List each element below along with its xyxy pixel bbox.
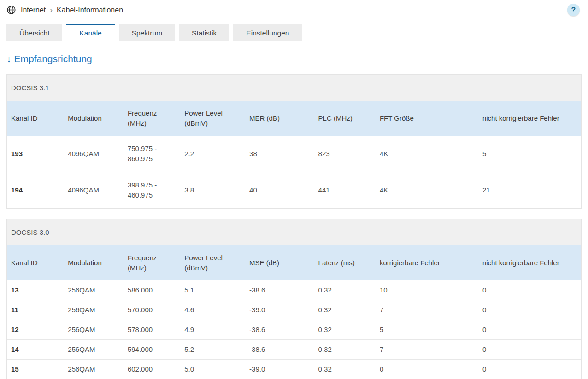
cell-mse: -39.0 [245,300,314,320]
col-plc: PLC (MHz) [314,101,376,136]
docsis-30-table: DOCSIS 3.0 Kanal ID Modulation Frequenz … [6,219,582,379]
cell-mse: -38.6 [245,280,314,300]
section-heading: ↓ Empfangsrichtung [6,53,582,64]
cell-fehler: 5 [478,136,581,172]
col-nicht-korrigierbare-fehler: nicht korrigierbare Fehler [478,101,581,136]
col-modulation: Modulation [64,101,123,136]
table-row: 194 4096QAM 398.975 - 460.975 3.8 40 441… [7,172,581,209]
cell-fehler: 0 [478,320,581,340]
tab-kanaele[interactable]: Kanäle [66,24,115,41]
cell-mse: -38.6 [245,340,314,360]
cell-kanal-id: 13 [7,280,64,300]
col-fft: FFT Größe [376,101,478,136]
table-row: 15 256QAM 602.000 5.0 -39.0 0.32 0 0 [7,360,581,379]
cell-power: 2.2 [180,136,245,172]
cell-latenz: 0.32 [314,280,376,300]
col-mse: MSE (dB) [245,245,314,280]
cell-modulation: 4096QAM [64,136,123,172]
cell-korr: 10 [376,280,478,300]
section-heading-label: Empfangsrichtung [14,53,92,64]
cell-mse: -38.6 [245,320,314,340]
cell-fehler: 0 [478,300,581,320]
cell-kanal-id: 14 [7,340,64,360]
tab-bar: Übersicht Kanäle Spektrum Statistik Eins… [0,18,588,41]
breadcrumb-current: Kabel-Informationen [57,6,123,14]
cell-fehler: 0 [478,280,581,300]
col-nicht-korrigierbare-fehler: nicht korrigierbare Fehler [478,245,581,280]
table-row: 12 256QAM 578.000 4.9 -38.6 0.32 5 0 [7,320,581,340]
down-arrow-icon: ↓ [6,53,12,64]
docsis-31-section-label: DOCSIS 3.1 [7,75,581,101]
col-mer: MER (dB) [245,101,314,136]
tab-einstellungen[interactable]: Einstellungen [233,24,302,41]
cell-frequenz: 602.000 [123,360,180,379]
table-row: 14 256QAM 594.000 5.2 -38.6 0.32 7 0 [7,340,581,360]
cell-frequenz: 586.000 [123,280,180,300]
cell-modulation: 4096QAM [64,172,123,209]
cell-latenz: 0.32 [314,360,376,379]
table-header-row: Kanal ID Modulation Frequenz (MHz) Power… [7,101,581,136]
cell-modulation: 256QAM [64,340,123,360]
cell-power: 5.1 [180,280,245,300]
cell-kanal-id: 15 [7,360,64,379]
cell-power: 5.2 [180,340,245,360]
table-row: 13 256QAM 586.000 5.1 -38.6 0.32 10 0 [7,280,581,300]
cell-mse: -39.0 [245,360,314,379]
help-button[interactable]: ? [567,4,580,16]
cell-kanal-id: 12 [7,320,64,340]
breadcrumb-root[interactable]: Internet [21,6,46,14]
cell-frequenz: 570.000 [123,300,180,320]
cell-plc: 441 [314,172,376,209]
cell-power: 4.6 [180,300,245,320]
table-header-row: Kanal ID Modulation Frequenz (MHz) Power… [7,245,581,280]
cell-frequenz: 578.000 [123,320,180,340]
cell-kanal-id: 193 [7,136,64,172]
col-frequenz: Frequenz (MHz) [123,101,180,136]
col-frequenz: Frequenz (MHz) [123,245,180,280]
col-latenz: Latenz (ms) [314,245,376,280]
col-power-level: Power Level (dBmV) [180,245,245,280]
tab-statistik[interactable]: Statistik [179,24,229,41]
cell-frequenz: 750.975 - 860.975 [123,136,180,172]
col-power-level: Power Level (dBmV) [180,101,245,136]
cell-korr: 7 [376,340,478,360]
cell-power: 4.9 [180,320,245,340]
cell-fehler: 21 [478,172,581,209]
docsis-31-table: DOCSIS 3.1 Kanal ID Modulation Frequenz … [6,74,582,209]
cell-latenz: 0.32 [314,300,376,320]
col-modulation: Modulation [64,245,123,280]
col-kanal-id: Kanal ID [7,101,64,136]
globe-icon [6,5,16,15]
cell-modulation: 256QAM [64,300,123,320]
cell-power: 5.0 [180,360,245,379]
table-row: 193 4096QAM 750.975 - 860.975 2.2 38 823… [7,136,581,172]
col-korrigierbare-fehler: korrigierbare Fehler [376,245,478,280]
cell-modulation: 256QAM [64,320,123,340]
cell-mer: 40 [245,172,314,209]
cell-korr: 5 [376,320,478,340]
col-kanal-id: Kanal ID [7,245,64,280]
docsis-30-section-label: DOCSIS 3.0 [7,219,581,245]
cell-latenz: 0.32 [314,320,376,340]
cell-korr: 0 [376,360,478,379]
cell-modulation: 256QAM [64,280,123,300]
cell-latenz: 0.32 [314,340,376,360]
cell-modulation: 256QAM [64,360,123,379]
cell-power: 3.8 [180,172,245,209]
tab-uebersicht[interactable]: Übersicht [6,24,62,41]
cell-kanal-id: 194 [7,172,64,209]
cell-frequenz: 398.975 - 460.975 [123,172,180,209]
cell-fft: 4K [376,172,478,209]
breadcrumb: Internet › Kabel-Informationen ? [0,0,588,18]
cell-fehler: 0 [478,340,581,360]
breadcrumb-separator-icon: › [50,6,53,14]
cell-kanal-id: 11 [7,300,64,320]
tab-spektrum[interactable]: Spektrum [119,24,175,41]
cell-mer: 38 [245,136,314,172]
table-row: 11 256QAM 570.000 4.6 -39.0 0.32 7 0 [7,300,581,320]
cell-korr: 7 [376,300,478,320]
cell-fft: 4K [376,136,478,172]
cell-frequenz: 594.000 [123,340,180,360]
cell-fehler: 0 [478,360,581,379]
cell-plc: 823 [314,136,376,172]
